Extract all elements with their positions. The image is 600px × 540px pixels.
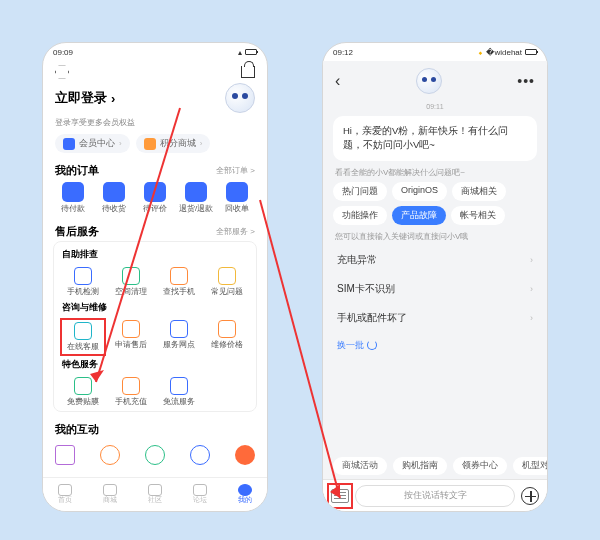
q-broken[interactable]: 手机或配件坏了› [333, 304, 537, 333]
film-icon [74, 377, 92, 395]
chip-mall[interactable]: 商城相关 [452, 182, 506, 201]
battery-icon [525, 49, 537, 55]
timestamp: 09:11 [323, 101, 547, 112]
form-icon [122, 320, 140, 338]
status-bar: 09:12 ⬥�widehat [323, 43, 547, 61]
svc-apply-aftersale[interactable]: 申请售后 [108, 318, 154, 356]
keyboard-icon[interactable] [331, 489, 349, 503]
broom-icon [122, 267, 140, 285]
tab-community[interactable]: 社区 [148, 484, 162, 505]
recharge-icon [122, 377, 140, 395]
wallet-icon [62, 182, 84, 202]
tab-home[interactable]: 首页 [58, 484, 72, 505]
svc-phone-check[interactable]: 手机检测 [60, 265, 106, 299]
login-row[interactable]: 立即登录 › [43, 81, 267, 117]
q-sim[interactable]: SIM卡不识别› [333, 275, 537, 304]
aftersale-head: 售后服务 全部服务 > [43, 220, 267, 241]
login-title: 立即登录 [55, 89, 107, 107]
greeting-bubble: Hi，亲爱的V粉，新年快乐！有什么问题，不妨问问小V吧~ [333, 116, 537, 161]
chip-function[interactable]: 功能操作 [333, 206, 387, 225]
tab-forum[interactable]: 论坛 [193, 484, 207, 505]
battery-icon [245, 49, 257, 55]
chip-hot[interactable]: 热门问题 [333, 182, 387, 201]
plus-icon[interactable] [521, 487, 539, 505]
sg-3[interactable]: 领券中心 [453, 457, 507, 475]
orders-row: 待付款 待收货 待评价 退货/退款 回收单 [43, 180, 267, 220]
hint-1: 看看全能的小V都能解决什么问题吧~ [323, 167, 547, 182]
more-icon[interactable]: ••• [517, 73, 535, 89]
login-subtitle: 登录享受更多会员权益 [43, 117, 267, 134]
robot-avatar[interactable] [225, 83, 255, 113]
chat-icon [193, 484, 207, 496]
sg-2[interactable]: 购机指南 [393, 457, 447, 475]
order-recycle[interactable]: 回收单 [217, 182, 257, 214]
svc-free-data[interactable]: 免流服务 [156, 375, 202, 409]
svc-service-points[interactable]: 服务网点 [156, 318, 202, 356]
order-pending-pay[interactable]: 待付款 [53, 182, 93, 214]
status-bar: 09:09 ▴ [43, 43, 267, 61]
interact-4-icon[interactable] [190, 445, 210, 465]
sg-4[interactable]: 机型对比 [513, 457, 547, 475]
orders-head: 我的订单 全部订单 > [43, 159, 267, 180]
globe-icon [148, 484, 162, 496]
voice-input[interactable]: 按住说话转文字 [355, 485, 515, 507]
svc-repair-price[interactable]: 维修价格 [204, 318, 250, 356]
interact-head: 我的互动 [43, 418, 267, 439]
price-icon [218, 320, 236, 338]
tab-mine[interactable]: 我的 [238, 484, 252, 505]
headset-icon [74, 322, 92, 340]
refund-icon [185, 182, 207, 202]
interact-5-icon[interactable] [235, 445, 255, 465]
hint-2: 您可以直接输入关键词或直接问小V哦 [323, 231, 547, 246]
order-pending-review[interactable]: 待评价 [135, 182, 175, 214]
phone-left: 09:09 ▴ 立即登录 › 登录享受更多会员权益 会员中心› 积分商城› 我的… [42, 42, 268, 512]
heart-icon [58, 484, 72, 496]
refresh-icon [367, 340, 377, 350]
coin-icon [144, 138, 156, 150]
svc-free-film[interactable]: 免费贴膜 [60, 375, 106, 409]
aftersale-card: 自助排查 手机检测 空间清理 查找手机 常见问题 咨询与维修 在线客服 申请售后… [53, 241, 257, 412]
shield-icon [63, 138, 75, 150]
tab-bar: 首页 商城 社区 论坛 我的 [43, 477, 267, 511]
bag-icon [103, 484, 117, 496]
settings-hex-icon[interactable] [55, 65, 69, 79]
chip-originos[interactable]: OriginOS [392, 182, 447, 201]
interact-2-icon[interactable] [100, 445, 120, 465]
cart-icon[interactable] [241, 66, 255, 78]
chevron-right-icon: › [530, 313, 533, 323]
all-orders-link[interactable]: 全部订单 > [216, 165, 255, 176]
chevron-right-icon: › [111, 91, 115, 106]
location-icon [170, 320, 188, 338]
question-list: 充电异常› SIM卡不识别› 手机或配件坏了› [323, 246, 547, 333]
all-services-link[interactable]: 全部服务 > [216, 226, 255, 237]
category-chips: 热门问题 OriginOS 商城相关 功能操作 产品故障 帐号相关 [323, 182, 547, 231]
svc-recharge[interactable]: 手机充值 [108, 375, 154, 409]
tab-shop[interactable]: 商城 [103, 484, 117, 505]
chip-account[interactable]: 帐号相关 [451, 206, 505, 225]
sg-1[interactable]: 商城活动 [333, 457, 387, 475]
chat-icon [144, 182, 166, 202]
interact-3-icon[interactable] [145, 445, 165, 465]
data-icon [170, 377, 188, 395]
question-icon [218, 267, 236, 285]
chat-header: ‹ ••• [323, 61, 547, 101]
search-icon [170, 267, 188, 285]
robot-avatar[interactable] [416, 68, 442, 94]
svc-faq[interactable]: 常见问题 [204, 265, 250, 299]
svc-online-support[interactable]: 在线客服 [60, 318, 106, 356]
member-center-pill[interactable]: 会员中心› [55, 134, 130, 153]
person-icon [238, 484, 252, 496]
q-charge[interactable]: 充电异常› [333, 246, 537, 275]
chip-fault[interactable]: 产品故障 [392, 206, 446, 225]
interact-1-icon[interactable] [55, 445, 75, 465]
refresh-button[interactable]: 换一批 [323, 333, 547, 358]
box-icon [103, 182, 125, 202]
points-mall-pill[interactable]: 积分商城› [136, 134, 211, 153]
svc-storage-clean[interactable]: 空间清理 [108, 265, 154, 299]
order-pending-ship[interactable]: 待收货 [94, 182, 134, 214]
svc-find-phone[interactable]: 查找手机 [156, 265, 202, 299]
suggestion-row[interactable]: 商城活动 购机指南 领券中心 机型对比 以 [323, 453, 547, 479]
back-icon[interactable]: ‹ [335, 72, 340, 90]
top-bar [43, 61, 267, 81]
order-refund[interactable]: 退货/退款 [176, 182, 216, 214]
